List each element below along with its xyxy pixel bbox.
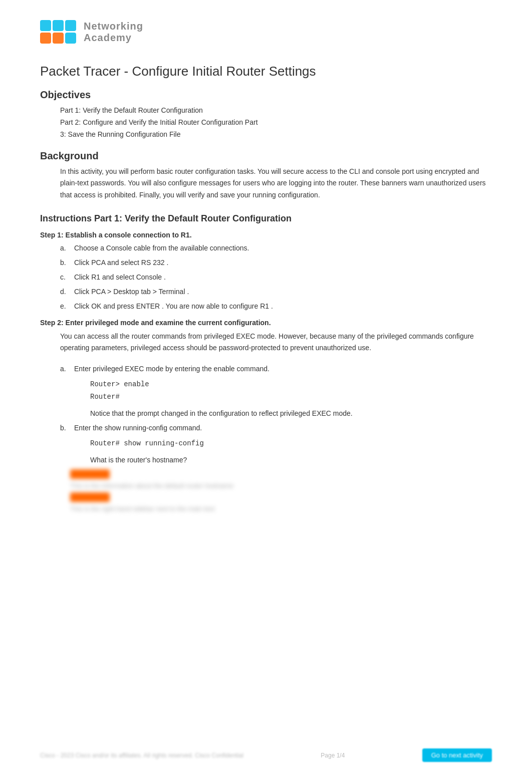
step1e-label: e. bbox=[60, 301, 74, 312]
step1d-content: Click PCA > Desktop tab > Terminal . bbox=[74, 287, 492, 297]
objectives-item-3: 3: Save the Running Configuration File bbox=[60, 129, 492, 141]
step1c-label: c. bbox=[60, 272, 74, 283]
step2-intro: You can access all the router commands f… bbox=[60, 331, 492, 354]
step1-substeps: a. Choose a Console cable from the avail… bbox=[60, 243, 492, 312]
blurred-answer-block: Router This is the information about the… bbox=[70, 469, 492, 513]
page-title: Packet Tracer - Configure Initial Router… bbox=[40, 64, 492, 79]
objectives-heading: Objectives bbox=[40, 89, 492, 101]
objectives-item-1: Part 1: Verify the Default Router Config… bbox=[60, 105, 492, 117]
next-activity-button[interactable]: Go to next activity bbox=[422, 748, 492, 762]
step2-heading: Step 2: Enter privileged mode and examin… bbox=[40, 319, 492, 327]
logo-dot-2 bbox=[53, 20, 64, 31]
step1b: b. Click PCA and select RS 232 . bbox=[60, 257, 492, 268]
logo-dot-4 bbox=[40, 33, 51, 44]
logo-area: Networking Academy bbox=[40, 20, 492, 44]
objectives-list: Part 1: Verify the Default Router Config… bbox=[60, 105, 492, 140]
step1c: c. Click R1 and select Console . bbox=[60, 272, 492, 283]
bottom-bar: Cisco - 2023 Cisco and/or its affiliates… bbox=[0, 748, 532, 762]
step1a-label: a. bbox=[60, 243, 74, 253]
logo-text-academy: Academy bbox=[84, 32, 143, 44]
step1b-label: b. bbox=[60, 257, 74, 268]
logo-dot-5 bbox=[53, 33, 64, 44]
bottom-page-number: Page 1/4 bbox=[321, 752, 345, 759]
instructions-part1-heading: Instructions Part 1: Verify the Default … bbox=[40, 213, 492, 224]
logo-dot-3 bbox=[65, 20, 76, 31]
step2a-label: a. bbox=[60, 364, 74, 374]
step2a-content: Enter privileged EXEC mode by entering t… bbox=[74, 364, 492, 374]
step1a-content: Choose a Console cable from the availabl… bbox=[74, 243, 492, 253]
cisco-logo-icon bbox=[40, 20, 76, 44]
step2b-content: Enter the show running-config command. bbox=[74, 423, 492, 433]
logo-dot-6 bbox=[65, 33, 76, 44]
step2a-code-line1: Router> enable bbox=[90, 378, 492, 391]
blurred-line-1: This is the information about the defaul… bbox=[70, 481, 492, 491]
step2a: a. Enter privileged EXEC mode by enterin… bbox=[60, 364, 492, 374]
step1-heading: Step 1: Establish a console connection t… bbox=[40, 231, 492, 239]
step2a-code: Router> enable Router# bbox=[90, 378, 492, 403]
step1b-content: Click PCA and select RS 232 . bbox=[74, 257, 492, 268]
step2b-label: b. bbox=[60, 423, 74, 433]
step2-substeps: a. Enter privileged EXEC mode by enterin… bbox=[60, 364, 492, 466]
bottom-copyright: Cisco - 2023 Cisco and/or its affiliates… bbox=[40, 752, 243, 759]
step1a: a. Choose a Console cable from the avail… bbox=[60, 243, 492, 253]
background-heading: Background bbox=[40, 150, 492, 162]
logo-text-networking: Networking bbox=[84, 21, 143, 32]
step2b-code-line1: Router# show running-config bbox=[90, 437, 492, 450]
objectives-item-2: Part 2: Configure and Verify the Initial… bbox=[60, 117, 492, 129]
step2a-notice: Notice that the prompt changed in the co… bbox=[90, 408, 492, 419]
background-text: In this activity, you will perform basic… bbox=[60, 166, 492, 200]
step1e-content: Click OK and press ENTER . You are now a… bbox=[74, 301, 492, 312]
step2a-code-line2: Router# bbox=[90, 391, 492, 403]
page-container: Networking Academy Packet Tracer - Confi… bbox=[0, 0, 532, 782]
step1c-content: Click R1 and select Console . bbox=[74, 272, 492, 283]
step1d: d. Click PCA > Desktop tab > Terminal . bbox=[60, 287, 492, 297]
step2b-question: What is the router's hostname? bbox=[90, 455, 492, 465]
blurred-tag-2: Router bbox=[70, 492, 110, 502]
blurred-tag: Router bbox=[70, 469, 110, 479]
step1d-label: d. bbox=[60, 287, 74, 297]
step2b: b. Enter the show running-config command… bbox=[60, 423, 492, 433]
logo-dot-1 bbox=[40, 20, 51, 31]
logo-text-block: Networking Academy bbox=[84, 21, 143, 44]
step1e: e. Click OK and press ENTER . You are no… bbox=[60, 301, 492, 312]
blurred-line-2: This is the right-hand sidebar next to t… bbox=[70, 504, 492, 514]
step2b-code: Router# show running-config bbox=[90, 437, 492, 450]
